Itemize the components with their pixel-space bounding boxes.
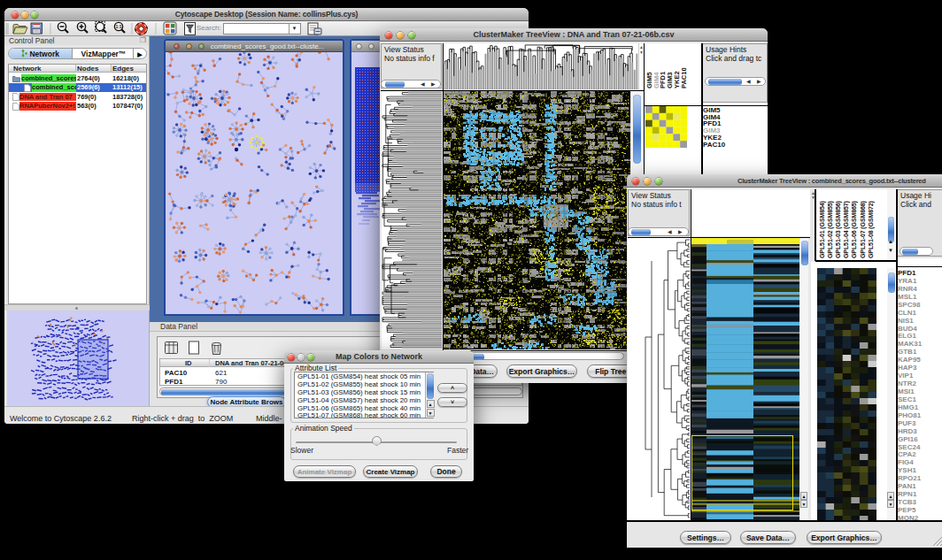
svg-text:1:1: 1:1: [115, 24, 121, 29]
